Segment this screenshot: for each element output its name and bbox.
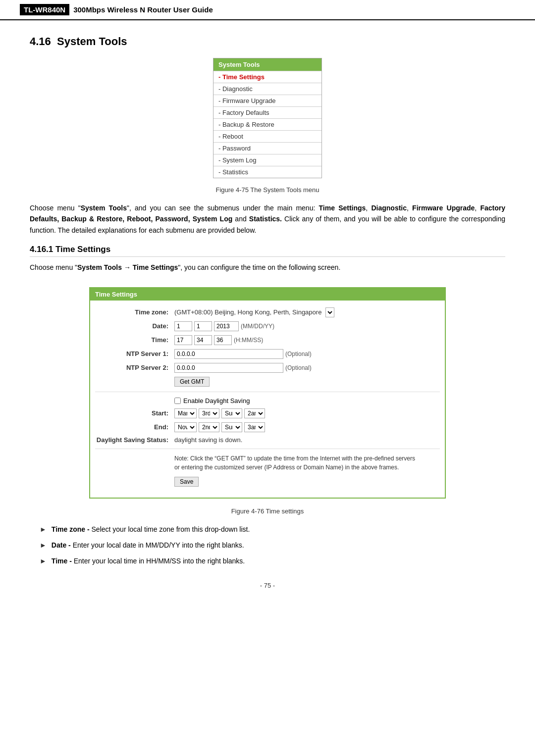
page-number: - 75 - (30, 582, 505, 589)
bullet-text-date: Date - Enter your local date in MM/DD/YY… (52, 540, 244, 551)
menu-item-statistics[interactable]: - Statistics (214, 166, 321, 178)
time-format-text: (H:MM/SS) (234, 337, 263, 344)
timezone-label: Time zone: (95, 308, 174, 316)
note-text: Note: Click the “GET GMT” to update the … (174, 454, 440, 472)
figure76-caption: Figure 4-76 Time settings (30, 507, 505, 515)
guide-title: 300Mbps Wireless N Router User Guide (73, 5, 213, 14)
timezone-row: Time zone: (GMT+08:00) Beijing, Hong Kon… (95, 307, 440, 317)
bullet-text-time: Time - Enter your local time in HH/MM/SS… (52, 555, 245, 566)
menu-item-factory-defaults[interactable]: - Factory Defaults (214, 106, 321, 118)
time-row: Time: (H:MM/SS) (95, 335, 440, 345)
end-week-select[interactable]: 2nd (199, 422, 219, 432)
ntp1-value: (Optional) (174, 349, 312, 359)
menu-item-reboot[interactable]: - Reboot (214, 130, 321, 142)
bullet-arrow-3: ► (40, 555, 47, 566)
ntp2-row: NTP Server 2: (Optional) (95, 363, 440, 373)
start-day-select[interactable]: Sun (221, 408, 242, 418)
time-label: Time: (95, 336, 174, 344)
time-value: (H:MM/SS) (174, 335, 263, 345)
daylight-status-row: Daylight Saving Status: daylight saving … (95, 436, 440, 444)
save-row: Save (95, 477, 440, 487)
panel-body: Time zone: (GMT+08:00) Beijing, Hong Kon… (90, 301, 445, 498)
bullet-arrow-1: ► (40, 524, 47, 535)
end-day-select[interactable]: Sun (221, 422, 242, 432)
save-button[interactable]: Save (174, 477, 199, 487)
time-ss-input[interactable] (214, 335, 232, 345)
end-label: End: (95, 423, 174, 431)
daylight-saving-checkbox[interactable] (174, 398, 181, 404)
bullet-item-time: ► Time - Enter your local time in HH/MM/… (40, 555, 505, 566)
ntp2-value: (Optional) (174, 363, 312, 373)
menu-item-backup-restore[interactable]: - Backup & Restore (214, 118, 321, 130)
figure75-caption: Figure 4-75 The System Tools menu (30, 186, 505, 194)
daylight-status-label: Daylight Saving Status: (95, 436, 174, 444)
bullet-list: ► Time zone - Select your local time zon… (40, 524, 505, 567)
date-label: Date: (95, 322, 174, 330)
menu-item-diagnostic[interactable]: - Diagnostic (214, 83, 321, 95)
ntp2-optional-text: (Optional) (285, 364, 312, 371)
start-label: Start: (95, 409, 174, 417)
daylight-checkbox-label: Enable Daylight Saving (183, 397, 250, 404)
start-month-select[interactable]: Mar (174, 408, 197, 418)
ntp1-optional-text: (Optional) (285, 351, 312, 357)
start-value: Mar 3rd Sun 2am (174, 408, 265, 418)
time-settings-panel: Time Settings Time zone: (GMT+08:00) Bei… (89, 287, 446, 499)
date-year-input[interactable] (214, 321, 239, 331)
start-time-select[interactable]: 2am (244, 408, 265, 418)
menu-item-system-log[interactable]: - System Log (214, 154, 321, 166)
system-tools-menu: System Tools - Time Settings - Diagnosti… (213, 58, 322, 178)
date-format-text: (MM/DD/YY) (241, 323, 274, 330)
date-row: Date: (MM/DD/YY) (95, 321, 440, 331)
time-mm-input[interactable] (194, 335, 212, 345)
date-value: (MM/DD/YY) (174, 321, 274, 331)
ntp2-label: NTP Server 2: (95, 364, 174, 371)
timezone-select[interactable] (325, 307, 334, 317)
model-label: TL-WR840N (20, 4, 69, 15)
intro-paragraph: Choose menu "System Tools", and you can … (30, 202, 505, 236)
timezone-value: (GMT+08:00) Beijing, Hong Kong, Perth, S… (174, 307, 334, 317)
subsection-intro: Choose menu "System Tools → Time Setting… (30, 262, 505, 273)
start-row: Start: Mar 3rd Sun 2am (95, 408, 440, 418)
ntp2-input[interactable] (174, 363, 283, 373)
daylight-status-value: daylight saving is down. (174, 436, 242, 444)
panel-header: Time Settings (90, 288, 445, 301)
get-gmt-button[interactable]: Get GMT (174, 377, 210, 387)
end-value: Nov 2nd Sun 3am (174, 422, 265, 432)
main-content: 4.16 System Tools System Tools - Time Se… (0, 30, 535, 609)
end-month-select[interactable]: Nov (174, 422, 197, 432)
date-month-input[interactable] (194, 321, 212, 331)
section-title: 4.16 System Tools (30, 35, 505, 48)
bullet-arrow-2: ► (40, 540, 47, 551)
menu-item-time-settings[interactable]: - Time Settings (214, 71, 321, 83)
end-time-select[interactable]: 3am (244, 422, 265, 432)
date-day-input[interactable] (174, 321, 192, 331)
bullet-item-timezone: ► Time zone - Select your local time zon… (40, 524, 505, 535)
bullet-text-timezone: Time zone - Select your local time zone … (52, 524, 250, 535)
page-header: TL-WR840N 300Mbps Wireless N Router User… (0, 0, 535, 20)
subsection-title: 4.16.1 Time Settings (30, 245, 505, 257)
ntp1-input[interactable] (174, 349, 283, 359)
get-gmt-row: Get GMT (95, 377, 440, 387)
daylight-checkbox-row: Enable Daylight Saving (174, 397, 440, 404)
bullet-item-date: ► Date - Enter your local date in MM/DD/… (40, 540, 505, 551)
menu-header: System Tools (214, 58, 321, 71)
time-hh-input[interactable] (174, 335, 192, 345)
menu-item-firmware-upgrade[interactable]: - Firmware Upgrade (214, 95, 321, 106)
end-row: End: Nov 2nd Sun 3am (95, 422, 440, 432)
menu-item-password[interactable]: - Password (214, 142, 321, 154)
ntp1-label: NTP Server 1: (95, 350, 174, 357)
ntp1-row: NTP Server 1: (Optional) (95, 349, 440, 359)
start-week-select[interactable]: 3rd (199, 408, 219, 418)
